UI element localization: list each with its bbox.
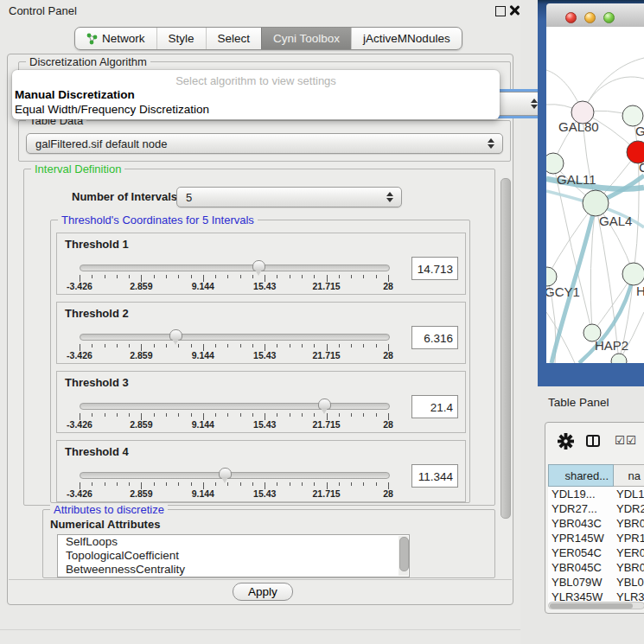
node-label: C [639, 160, 644, 175]
attributes-to-discretize-group: Attributes to discretize Numerical Attri… [42, 509, 495, 578]
attribute-item-topologicalcoefficient[interactable]: TopologicalCoefficient [58, 549, 409, 563]
node-label: GAL4 [599, 214, 632, 228]
threshold-value-field[interactable]: 11.344 [411, 464, 458, 488]
network-node-gal4[interactable] [583, 190, 609, 216]
combo-arrows-icon [531, 99, 538, 109]
column-chooser-icon[interactable] [586, 435, 600, 447]
attributes-list-scrollbar[interactable] [399, 536, 408, 576]
slider-track[interactable] [80, 403, 390, 410]
table-cell: YBR043C [548, 517, 614, 530]
tab-label: Style [169, 32, 194, 45]
slider-tick-labels: -3.4262.8599.14415.4321.71528 [80, 350, 388, 360]
table-column-header-1[interactable]: shared... [548, 464, 614, 487]
table-body: YDL19...YDL1YDR27...YDR2YBR043CYBR0YPR14… [548, 487, 644, 608]
table-row[interactable]: YDR27...YDR2 [548, 501, 644, 516]
threshold-value-field[interactable]: 14.713 [411, 257, 458, 280]
threshold-label: Threshold 4 [65, 445, 129, 458]
network-icon [86, 33, 98, 45]
network-node-gcy1[interactable] [546, 267, 557, 286]
tab-style[interactable]: Style [156, 28, 206, 49]
float-window-icon[interactable] [495, 6, 506, 16]
slider-tick-labels: -3.4262.8599.14415.4321.71528 [80, 281, 388, 291]
group-title: Interval Definition [31, 163, 124, 175]
threshold-label: Threshold 1 [65, 238, 129, 251]
table-row[interactable]: YER054CYER0 [548, 545, 644, 560]
threshold-label: Threshold 3 [65, 376, 129, 389]
slider-thumb[interactable] [219, 468, 232, 479]
network-node-unnamed[interactable] [611, 354, 627, 363]
settings-vertical-scrollbar[interactable] [499, 165, 510, 578]
node-label: GA [635, 124, 644, 138]
node-label: GAL11 [557, 172, 596, 187]
slider-track[interactable] [80, 472, 390, 479]
node-label: GAL80 [558, 119, 599, 134]
table-row[interactable]: YDL19...YDL1 [548, 487, 644, 501]
node-label: GCY1 [546, 284, 580, 299]
apply-button[interactable]: Apply [233, 583, 293, 601]
combo-arrows-icon [488, 138, 494, 149]
table-column-header-2[interactable]: na [614, 464, 644, 487]
tab-label: jActiveMNodules [363, 32, 450, 45]
tab-label: Select [218, 32, 251, 45]
tab-network[interactable]: Network [75, 28, 156, 49]
tab-jactivemnodules[interactable]: jActiveMNodules [351, 28, 462, 49]
node-label: HAP2 [595, 338, 628, 353]
threshold-value-field[interactable]: 6.316 [411, 326, 458, 349]
number-of-intervals-combobox[interactable]: 5 [176, 187, 402, 207]
table-data-combobox[interactable]: galFiltered.sif default node [26, 133, 503, 154]
slider-thumb[interactable] [252, 260, 265, 271]
attribute-item-selfloops[interactable]: SelfLoops [58, 535, 409, 549]
numerical-attributes-label: Numerical Attributes [50, 518, 160, 531]
table-horizontal-scrollbar[interactable] [548, 602, 644, 609]
tab-select[interactable]: Select [206, 28, 262, 49]
minimize-traffic-light-icon[interactable] [584, 12, 596, 23]
group-title: Threshold's Coordinates for 5 Intervals [58, 214, 258, 226]
dropdown-option-equal-width-frequency[interactable]: Equal Width/Frequency Discretization [12, 102, 500, 117]
gear-icon[interactable] [558, 433, 574, 450]
close-icon[interactable] [509, 5, 520, 16]
slider-track[interactable] [80, 334, 390, 341]
threshold-panel-2: Threshold 2-3.4262.8599.14415.4321.71528… [56, 302, 466, 364]
network-node-gal11[interactable] [546, 153, 564, 174]
close-traffic-light-icon[interactable] [565, 12, 577, 23]
table-row[interactable]: YPR145WYPR1 [548, 531, 644, 545]
threshold-panel-4: Threshold 4-3.4262.8599.14415.4321.71528… [56, 440, 466, 502]
cyni-toolbox-panel: Discretization Algorithm Select algorith… [7, 54, 513, 605]
table-cell: YPR145W [548, 532, 614, 545]
table-cell: YBR045C [548, 561, 614, 574]
table-cell: YBR0 [614, 517, 644, 530]
settings-scroll-viewport: Interval Definition Number of Intervals … [18, 165, 499, 578]
network-canvas[interactable]: GAL80GACGAL11GAL4GCY1HHAP2 [546, 27, 644, 363]
tab-label: Cyni Toolbox [273, 32, 340, 45]
slider-tick-labels: -3.4262.8599.14415.4321.71528 [80, 488, 388, 499]
slider-thumb[interactable] [169, 329, 182, 341]
table-row[interactable]: YBL079WYBL0 [548, 575, 644, 590]
group-title: Discretization Algorithm [26, 55, 150, 68]
table-row[interactable]: YBR045CYBR0 [548, 560, 644, 575]
checkbox-filter-icon[interactable]: ☑☑ [615, 433, 637, 447]
network-edge [553, 163, 592, 333]
scrollbar-thumb[interactable] [501, 178, 511, 519]
table-cell: YPR1 [614, 532, 644, 545]
network-window-titlebar[interactable] [546, 3, 644, 28]
scrollbar-thumb[interactable] [550, 603, 633, 609]
threshold-value-field[interactable]: 21.4 [411, 395, 458, 418]
slider-thumb[interactable] [318, 399, 331, 410]
network-view-window: GAL80GACGAL11GAL4GCY1HHAP2 [538, 0, 644, 386]
table-cell: YBL0 [614, 576, 644, 589]
slider-track[interactable] [80, 265, 390, 271]
node-table-card: ☑☑ shared...na YDL19...YDL1YDR27...YDR2Y… [545, 422, 644, 614]
table-row[interactable]: YBR043CYBR0 [548, 516, 644, 531]
window-title: Control Panel [9, 4, 77, 17]
node-label: H [636, 284, 644, 298]
table-data-value: galFiltered.sif default node [35, 137, 167, 150]
tab-label: Network [102, 32, 145, 45]
network-node-h[interactable] [622, 263, 644, 285]
number-of-intervals-value: 5 [186, 191, 192, 204]
dropdown-option-manual-discretization[interactable]: Manual Discretization [12, 87, 500, 102]
zoom-traffic-light-icon[interactable] [603, 12, 615, 23]
tab-cyni-toolbox[interactable]: Cyni Toolbox [261, 28, 351, 49]
number-of-intervals-label: Number of Intervals [72, 190, 177, 203]
attribute-item-betweennesscentrality[interactable]: BetweennessCentrality [58, 563, 409, 577]
toolbox-tab-bar: NetworkStyleSelectCyni ToolboxjActiveMNo… [74, 27, 462, 50]
